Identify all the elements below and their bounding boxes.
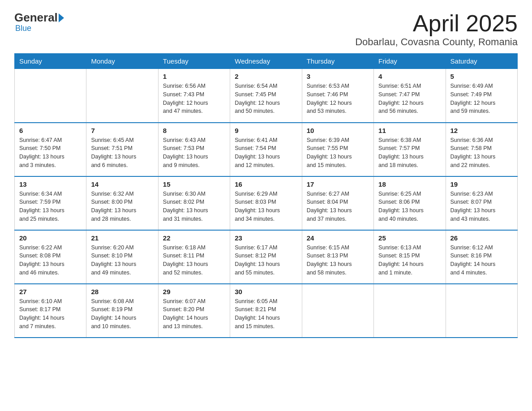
weekday-header-monday: Monday: [86, 54, 158, 69]
week-row-2: 6Sunrise: 6:47 AMSunset: 7:50 PMDaylight…: [15, 123, 518, 176]
calendar-cell: 5Sunrise: 6:49 AMSunset: 7:49 PMDaylight…: [446, 69, 517, 123]
calendar-cell: 24Sunrise: 6:15 AMSunset: 8:13 PMDayligh…: [302, 230, 373, 284]
calendar-cell: [86, 69, 158, 123]
calendar-cell: 18Sunrise: 6:25 AMSunset: 8:06 PMDayligh…: [374, 176, 446, 230]
calendar-cell: [15, 69, 86, 123]
calendar-cell: 12Sunrise: 6:36 AMSunset: 7:58 PMDayligh…: [446, 123, 517, 176]
logo-arrow-icon: [59, 13, 64, 22]
day-number: 6: [19, 127, 82, 134]
week-row-3: 13Sunrise: 6:34 AMSunset: 7:59 PMDayligh…: [15, 176, 518, 230]
calendar-table: SundayMondayTuesdayWednesdayThursdayFrid…: [14, 53, 518, 338]
calendar-cell: 29Sunrise: 6:07 AMSunset: 8:20 PMDayligh…: [158, 284, 230, 338]
logo-general: General: [14, 11, 58, 25]
calendar-cell: 27Sunrise: 6:10 AMSunset: 8:17 PMDayligh…: [15, 284, 86, 338]
calendar-cell: [374, 284, 446, 338]
calendar-cell: 1Sunrise: 6:56 AMSunset: 7:43 PMDaylight…: [158, 69, 230, 123]
day-number: 27: [19, 288, 82, 295]
week-row-1: 1Sunrise: 6:56 AMSunset: 7:43 PMDaylight…: [15, 69, 518, 123]
day-info: Sunrise: 6:15 AMSunset: 8:13 PMDaylight:…: [307, 244, 369, 277]
day-number: 24: [307, 234, 369, 242]
day-info: Sunrise: 6:36 AMSunset: 7:58 PMDaylight:…: [450, 136, 513, 170]
day-number: 21: [91, 234, 153, 242]
calendar-cell: 20Sunrise: 6:22 AMSunset: 8:08 PMDayligh…: [15, 230, 86, 284]
logo-text: General: [14, 11, 64, 25]
day-info: Sunrise: 6:20 AMSunset: 8:10 PMDaylight:…: [91, 244, 153, 277]
day-number: 28: [91, 288, 153, 295]
day-info: Sunrise: 6:43 AMSunset: 7:53 PMDaylight:…: [163, 136, 225, 170]
day-info: Sunrise: 6:54 AMSunset: 7:45 PMDaylight:…: [235, 82, 297, 116]
calendar-cell: 28Sunrise: 6:08 AMSunset: 8:19 PMDayligh…: [86, 284, 158, 338]
calendar-cell: [302, 284, 373, 338]
calendar-cell: 13Sunrise: 6:34 AMSunset: 7:59 PMDayligh…: [15, 176, 86, 230]
day-info: Sunrise: 6:13 AMSunset: 8:15 PMDaylight:…: [378, 244, 441, 277]
calendar-cell: 19Sunrise: 6:23 AMSunset: 8:07 PMDayligh…: [446, 176, 517, 230]
day-info: Sunrise: 6:18 AMSunset: 8:11 PMDaylight:…: [163, 244, 225, 277]
day-info: Sunrise: 6:05 AMSunset: 8:21 PMDaylight:…: [235, 297, 297, 331]
day-info: Sunrise: 6:32 AMSunset: 8:00 PMDaylight:…: [91, 190, 153, 223]
day-info: Sunrise: 6:30 AMSunset: 8:02 PMDaylight:…: [163, 190, 225, 223]
calendar-cell: 16Sunrise: 6:29 AMSunset: 8:03 PMDayligh…: [230, 176, 302, 230]
calendar-cell: 11Sunrise: 6:38 AMSunset: 7:57 PMDayligh…: [374, 123, 446, 176]
calendar-cell: 9Sunrise: 6:41 AMSunset: 7:54 PMDaylight…: [230, 123, 302, 176]
weekday-header-thursday: Thursday: [302, 54, 373, 69]
day-info: Sunrise: 6:49 AMSunset: 7:49 PMDaylight:…: [450, 82, 513, 116]
day-number: 13: [19, 180, 82, 188]
calendar-title: April 2025: [355, 11, 518, 36]
week-row-5: 27Sunrise: 6:10 AMSunset: 8:17 PMDayligh…: [15, 284, 518, 338]
day-number: 9: [235, 127, 297, 134]
day-number: 14: [91, 180, 153, 188]
calendar-cell: 17Sunrise: 6:27 AMSunset: 8:04 PMDayligh…: [302, 176, 373, 230]
day-info: Sunrise: 6:25 AMSunset: 8:06 PMDaylight:…: [378, 190, 441, 223]
calendar-cell: 14Sunrise: 6:32 AMSunset: 8:00 PMDayligh…: [86, 176, 158, 230]
calendar-cell: 30Sunrise: 6:05 AMSunset: 8:21 PMDayligh…: [230, 284, 302, 338]
day-number: 12: [450, 127, 513, 134]
calendar-cell: 21Sunrise: 6:20 AMSunset: 8:10 PMDayligh…: [86, 230, 158, 284]
day-info: Sunrise: 6:45 AMSunset: 7:51 PMDaylight:…: [91, 136, 153, 170]
title-block: April 2025 Dobarlau, Covasna County, Rom…: [355, 11, 518, 48]
day-number: 26: [450, 234, 513, 242]
calendar-cell: 2Sunrise: 6:54 AMSunset: 7:45 PMDaylight…: [230, 69, 302, 123]
day-info: Sunrise: 6:38 AMSunset: 7:57 PMDaylight:…: [378, 136, 441, 170]
day-info: Sunrise: 6:41 AMSunset: 7:54 PMDaylight:…: [235, 136, 297, 170]
day-number: 2: [235, 73, 297, 80]
day-number: 16: [235, 180, 297, 188]
day-info: Sunrise: 6:47 AMSunset: 7:50 PMDaylight:…: [19, 136, 82, 170]
day-number: 23: [235, 234, 297, 242]
day-number: 19: [450, 180, 513, 188]
day-number: 20: [19, 234, 82, 242]
calendar-cell: 8Sunrise: 6:43 AMSunset: 7:53 PMDaylight…: [158, 123, 230, 176]
day-number: 29: [163, 288, 225, 295]
day-number: 18: [378, 180, 441, 188]
logo-blue-text: Blue: [15, 24, 31, 33]
weekday-header-friday: Friday: [374, 54, 446, 69]
day-number: 30: [235, 288, 297, 295]
day-info: Sunrise: 6:22 AMSunset: 8:08 PMDaylight:…: [19, 244, 82, 277]
weekday-header-sunday: Sunday: [15, 54, 86, 69]
calendar-cell: 22Sunrise: 6:18 AMSunset: 8:11 PMDayligh…: [158, 230, 230, 284]
weekday-header-row: SundayMondayTuesdayWednesdayThursdayFrid…: [15, 54, 518, 69]
day-number: 1: [163, 73, 225, 80]
calendar-cell: 4Sunrise: 6:51 AMSunset: 7:47 PMDaylight…: [374, 69, 446, 123]
day-info: Sunrise: 6:07 AMSunset: 8:20 PMDaylight:…: [163, 297, 225, 331]
calendar-cell: 25Sunrise: 6:13 AMSunset: 8:15 PMDayligh…: [374, 230, 446, 284]
day-number: 4: [378, 73, 441, 80]
day-info: Sunrise: 6:56 AMSunset: 7:43 PMDaylight:…: [163, 82, 225, 116]
calendar-cell: 15Sunrise: 6:30 AMSunset: 8:02 PMDayligh…: [158, 176, 230, 230]
day-number: 22: [163, 234, 225, 242]
day-number: 25: [378, 234, 441, 242]
weekday-header-tuesday: Tuesday: [158, 54, 230, 69]
calendar-cell: 26Sunrise: 6:12 AMSunset: 8:16 PMDayligh…: [446, 230, 517, 284]
calendar-cell: 10Sunrise: 6:39 AMSunset: 7:55 PMDayligh…: [302, 123, 373, 176]
day-info: Sunrise: 6:29 AMSunset: 8:03 PMDaylight:…: [235, 190, 297, 223]
day-info: Sunrise: 6:17 AMSunset: 8:12 PMDaylight:…: [235, 244, 297, 277]
day-number: 10: [307, 127, 369, 134]
day-number: 3: [307, 73, 369, 80]
day-number: 5: [450, 73, 513, 80]
day-info: Sunrise: 6:51 AMSunset: 7:47 PMDaylight:…: [378, 82, 441, 116]
day-info: Sunrise: 6:10 AMSunset: 8:17 PMDaylight:…: [19, 297, 82, 331]
day-number: 15: [163, 180, 225, 188]
day-number: 8: [163, 127, 225, 134]
calendar-subtitle: Dobarlau, Covasna County, Romania: [355, 36, 518, 48]
day-number: 7: [91, 127, 153, 134]
day-info: Sunrise: 6:08 AMSunset: 8:19 PMDaylight:…: [91, 297, 153, 331]
